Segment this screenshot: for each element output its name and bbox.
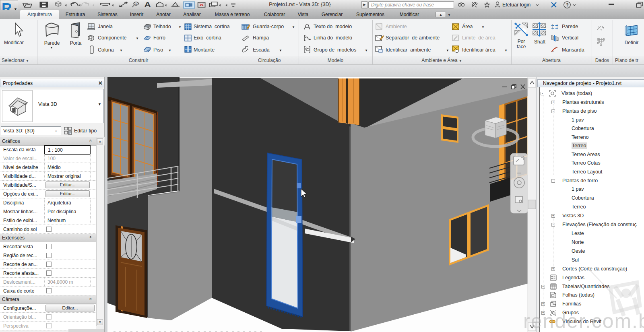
svg-text:A: A — [144, 1, 151, 8]
svg-text:1: 1 — [135, 2, 137, 5]
svg-text:Efetuar login: Efetuar login — [502, 2, 530, 8]
svg-text:?: ? — [566, 2, 569, 7]
